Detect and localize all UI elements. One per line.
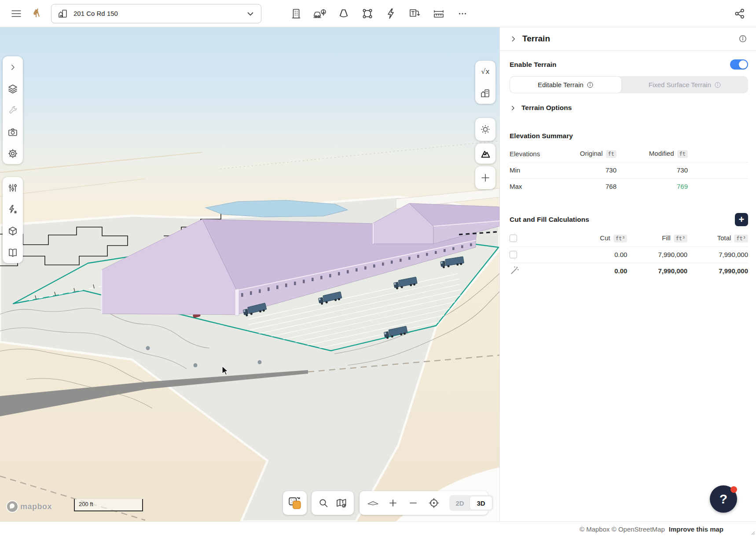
sidebar-snapshot-button[interactable] xyxy=(3,121,23,143)
row-min-original: 730 xyxy=(558,162,617,178)
sidebar-automations-button[interactable] xyxy=(3,198,23,220)
project-selector-dropdown[interactable]: 201 Co Rd 150 xyxy=(51,4,261,23)
add-cutfill-button[interactable]: + xyxy=(735,213,748,226)
mountain-icon xyxy=(480,148,491,159)
drawing-tools xyxy=(288,5,471,22)
cube-icon xyxy=(7,226,18,236)
formula-tool-button[interactable]: √x xyxy=(475,61,495,82)
info-icon xyxy=(714,81,721,88)
add-layer-button[interactable] xyxy=(475,166,495,189)
terrain-tool-button-active[interactable] xyxy=(475,143,495,164)
sidebar-settings-button[interactable] xyxy=(3,143,23,164)
search-icon xyxy=(318,498,329,508)
notification-dot xyxy=(730,486,737,493)
map-attribution[interactable]: © Mapbox © OpenStreetMap xyxy=(580,525,665,533)
lightning-settings-icon xyxy=(7,204,18,215)
locate-button[interactable] xyxy=(428,497,440,509)
table-row-min: Min 730 730 xyxy=(510,162,748,178)
sidebar-library-button[interactable] xyxy=(3,242,23,263)
info-icon[interactable] xyxy=(738,34,747,43)
giraffe-logo-icon xyxy=(31,6,40,21)
enable-terrain-label: Enable Terrain xyxy=(510,61,557,69)
map-search-card xyxy=(312,491,354,515)
col-fill-label: Fill xyxy=(662,234,670,242)
collapse-panel-chevron-icon[interactable] xyxy=(510,35,517,43)
share-button[interactable] xyxy=(731,5,748,22)
totals-fill-value: 7,990,000 xyxy=(627,263,687,279)
text-annotation-icon xyxy=(409,8,421,19)
right-toolbar-card-terrain xyxy=(475,143,495,164)
ellipsis-icon xyxy=(457,8,468,19)
basemap-icon xyxy=(288,496,302,510)
hamburger-menu-button[interactable] xyxy=(8,5,25,22)
app-window: 201 Co Rd 150 xyxy=(0,0,756,536)
zoom-out-button[interactable] xyxy=(408,498,418,508)
layers-icon xyxy=(7,84,18,94)
building-tool-icon xyxy=(290,8,302,19)
right-toolbar-card-1: √x xyxy=(475,61,495,104)
annotation-tool-button[interactable] xyxy=(407,5,423,22)
col-original: Originalft xyxy=(558,146,617,162)
tab-fixed-surface-terrain[interactable]: Fixed Surface Terrain xyxy=(622,76,748,93)
tab-editable-terrain[interactable]: Editable Terrain xyxy=(510,76,622,93)
unit-selector-ft[interactable]: ft xyxy=(606,150,617,158)
table-row-max: Max 768 769 xyxy=(510,178,748,195)
view-3d-button[interactable]: 3D xyxy=(470,496,492,510)
sidebar-3d-button[interactable] xyxy=(3,220,23,242)
magic-wand-icon[interactable] xyxy=(510,265,519,275)
enable-terrain-toggle[interactable] xyxy=(730,59,748,70)
basemap-switcher[interactable] xyxy=(283,491,307,515)
minus-icon xyxy=(408,498,418,508)
map-canvas[interactable]: √x xyxy=(0,27,499,521)
map-search-button[interactable] xyxy=(318,498,329,508)
gear-icon xyxy=(7,148,18,159)
sliders-icon xyxy=(7,183,18,193)
plus-icon xyxy=(388,498,398,508)
row-total-value: 7,990,000 xyxy=(687,246,748,263)
view-2d-button[interactable]: 2D xyxy=(450,499,470,507)
buildings-tool-button[interactable] xyxy=(288,5,305,22)
mobility-tool-button[interactable] xyxy=(312,5,328,22)
sidebar-fix-button[interactable] xyxy=(3,99,23,121)
row-checkbox[interactable] xyxy=(510,251,517,258)
sidebar-filters-button[interactable] xyxy=(3,177,23,198)
measure-tool-button[interactable] xyxy=(430,5,447,22)
mapbox-logo[interactable]: mapbox xyxy=(7,501,52,512)
chevron-right-icon xyxy=(9,63,17,71)
car-tree-icon xyxy=(313,8,327,19)
lightning-icon xyxy=(385,8,397,19)
map-style-button[interactable] xyxy=(336,498,347,508)
cutfill-totals-row: 0.00 7,990,000 7,990,000 xyxy=(510,263,748,279)
flash-tool-button[interactable] xyxy=(383,5,400,22)
sun-shadow-button[interactable] xyxy=(475,118,495,141)
info-icon xyxy=(587,81,594,88)
terrain-options-expander[interactable]: Terrain Options xyxy=(510,104,748,112)
unit-selector-ft3[interactable]: ft³ xyxy=(674,235,688,242)
improve-map-link[interactable]: Improve this map xyxy=(669,525,723,533)
enable-terrain-row: Enable Terrain xyxy=(510,59,748,70)
solids-tool-button[interactable] xyxy=(335,5,352,22)
building-icon xyxy=(58,8,68,19)
more-tools-button[interactable] xyxy=(454,5,471,22)
select-shape-tool-button[interactable] xyxy=(359,5,376,22)
unit-selector-ft3[interactable]: ft³ xyxy=(734,235,748,242)
col-cut-label: Cut xyxy=(600,234,610,242)
workspace: √x xyxy=(0,27,756,521)
resize-grip-icon[interactable] xyxy=(750,530,755,535)
row-min-label: Min xyxy=(510,162,558,178)
select-all-checkbox[interactable] xyxy=(510,235,517,242)
buildings-layer-button[interactable] xyxy=(475,82,495,104)
help-button[interactable]: ? xyxy=(710,485,737,513)
map-scene-3d[interactable] xyxy=(0,27,499,521)
col-total-label: Total xyxy=(717,234,731,242)
target-icon xyxy=(428,497,440,509)
sidebar-expand-button[interactable] xyxy=(3,56,23,78)
compass-pitch-button[interactable] xyxy=(367,499,379,507)
zoom-in-button[interactable] xyxy=(388,498,398,508)
unit-selector-ft[interactable]: ft xyxy=(677,150,688,158)
prism-icon xyxy=(338,8,349,19)
terrain-mode-tabs: Editable Terrain Fixed Surface Terrain xyxy=(510,76,748,93)
unit-selector-ft3[interactable]: ft³ xyxy=(613,235,628,242)
help-label: ? xyxy=(719,492,727,507)
sidebar-layers-button[interactable] xyxy=(3,78,23,99)
